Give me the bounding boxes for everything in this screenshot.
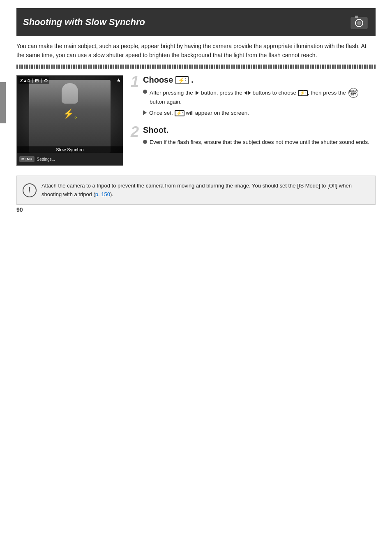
step-2-block: 2 Shoot. Even if the flash fires, ensure… (131, 125, 376, 146)
step-2-title: Shoot. (143, 125, 376, 135)
settings-label: Settings... (37, 157, 55, 162)
slow-dots: ⁚ (185, 79, 186, 82)
flash-synchro-overlay: ⚡⁘ (63, 109, 77, 120)
svg-rect-3 (355, 16, 358, 18)
camera-screen: Z▲4 | ⊞ | ⊙ ★ ⚡⁘ (17, 76, 123, 153)
note-link[interactable]: p. 150 (95, 191, 110, 197)
right-arrow-btn (196, 91, 199, 95)
step-2-title-text: Shoot. (143, 125, 168, 135)
camera-top-icons: Z▲4 | ⊞ | ⊙ (18, 77, 49, 84)
func-set-button: FUNCSET (348, 88, 358, 98)
left-arrow (244, 91, 247, 95)
slow-synchro-icon-1: ⚡⁚ (175, 76, 189, 84)
note-text-after: ). (110, 191, 113, 197)
lr-arrows (244, 91, 251, 95)
page-container: Shooting with Slow Synchro You can make … (0, 0, 392, 221)
bullet-circle-2 (143, 140, 147, 144)
zoom-icon: Z▲4 (20, 78, 30, 83)
camera-header-icon (349, 12, 369, 32)
intro-text: You can make the main subject, such as p… (16, 42, 376, 60)
step-1-bullet-1: After pressing the button, press the but… (143, 88, 376, 106)
bullet-triangle-1 (143, 110, 147, 115)
step-1-bullet-2-text: Once set, ⚡⁚ will appear on the screen. (149, 109, 249, 117)
step-1-content: Choose ⚡⁚ . After pressing the but (131, 75, 376, 117)
separator: | (32, 78, 33, 83)
page-title: Shooting with Slow Synchro (23, 17, 145, 28)
step-2-bullet-1-text: Even if the flash fires, ensure that the… (150, 138, 369, 146)
slow-synchro-icon-inline: ⚡⁚ (298, 90, 308, 96)
bullet-circle-1 (143, 90, 147, 94)
right-arrow (248, 91, 251, 95)
camera-bottom-bar: MENU Settings... (17, 153, 123, 165)
camera-overlay: Z▲4 | ⊞ | ⊙ ★ (18, 77, 121, 84)
menu-button-label: MENU (19, 156, 35, 162)
camera-image-box: Z▲4 | ⊞ | ⊙ ★ ⚡⁘ Slow Synchro MENU (16, 75, 123, 166)
step-2-bullets: Even if the flash fires, ensure that the… (143, 138, 376, 146)
page-number: 90 (16, 206, 23, 213)
step-1-bullet-2: Once set, ⚡⁚ will appear on the screen. (143, 109, 376, 117)
lightning-symbol: ⚡ (178, 77, 185, 83)
step-1-title: Choose ⚡⁚ . (143, 75, 376, 85)
separator2: | (41, 78, 42, 83)
star-icon: ★ (116, 77, 121, 83)
steps-area: 1 Choose ⚡⁚ . After pressing the (131, 75, 376, 166)
slow-synchro-icon-inline-2: ⚡⁚ (175, 110, 184, 116)
camera-display: Z▲4 | ⊞ | ⊙ ★ ⚡⁘ Slow Synchro MENU (17, 76, 123, 165)
step-2-bullet-1: Even if the flash fires, ensure that the… (143, 138, 376, 146)
camera-label-bar: Slow Synchro (17, 146, 123, 153)
step-1-period: . (191, 75, 194, 85)
svg-point-2 (357, 21, 361, 25)
step-2-content: Shoot. Even if the flash fires, ensure t… (131, 125, 376, 146)
note-text-before: Attach the camera to a tripod to prevent… (42, 183, 352, 197)
step-1-bullets: After pressing the button, press the but… (143, 88, 376, 117)
note-text: Attach the camera to a tripod to prevent… (42, 183, 352, 197)
stripe-divider (16, 65, 376, 69)
page-header: Shooting with Slow Synchro (16, 8, 376, 36)
note-box: ! Attach the camera to a tripod to preve… (16, 176, 376, 204)
focus-icon: ⊞ (35, 78, 39, 83)
main-content: Z▲4 | ⊞ | ⊙ ★ ⚡⁘ Slow Synchro MENU (16, 75, 376, 166)
step-1-title-text: Choose (143, 75, 173, 85)
settings-icon-cam: ⊙ (44, 78, 48, 83)
step-1-block: 1 Choose ⚡⁚ . After pressing the (131, 75, 376, 117)
warning-icon: ! (23, 183, 37, 197)
step-1-bullet-1-text: After pressing the button, press the but… (150, 88, 376, 106)
left-accent-bar (0, 82, 6, 123)
